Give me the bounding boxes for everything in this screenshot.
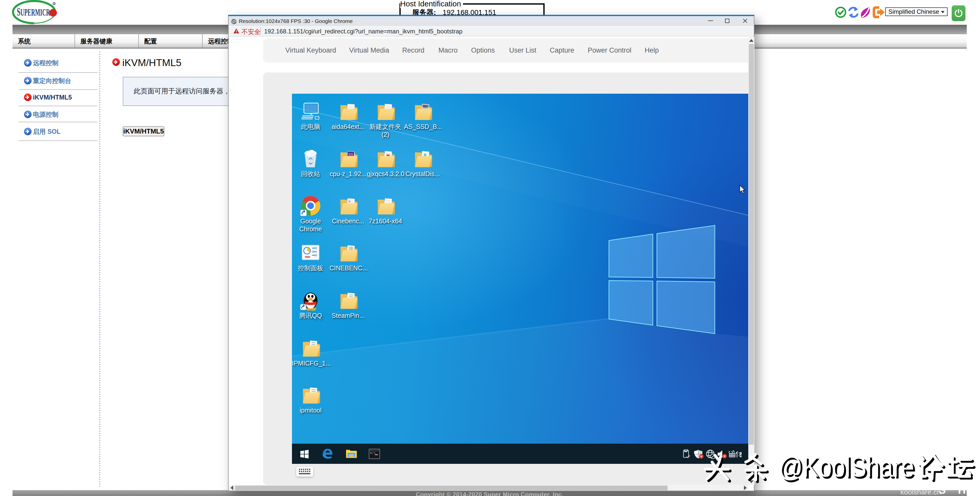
svg-text:R: R — [54, 3, 55, 5]
svg-text:AS: AS — [423, 105, 427, 108]
svg-text:C:\: C:\ — [370, 451, 375, 455]
svg-text:SUPERMICR: SUPERMICR — [17, 6, 50, 18]
svg-text:@KoolShare: @KoolShare — [778, 451, 914, 483]
